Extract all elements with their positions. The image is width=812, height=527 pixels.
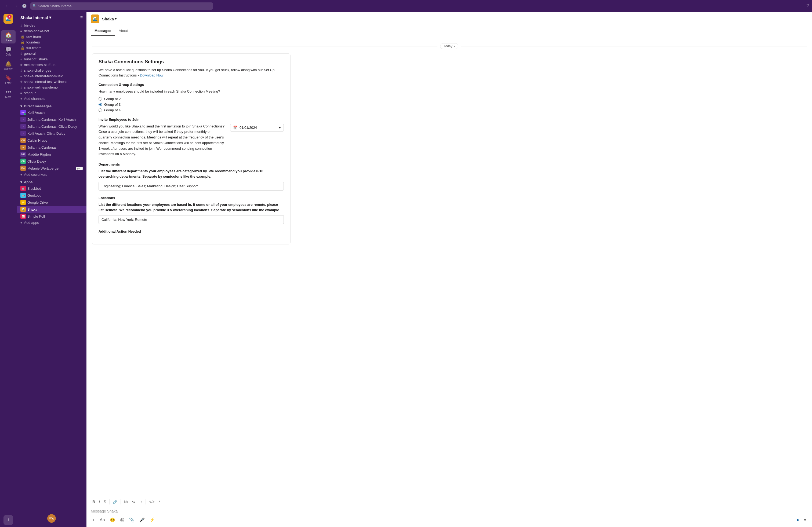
send-icon: ➤ <box>796 517 800 522</box>
chevron-down-icon: ▾ <box>115 17 117 21</box>
shaka-avatar: 🌊 <box>20 207 26 212</box>
sidebar-filter-button[interactable]: ≡ <box>80 15 83 20</box>
invite-layout: When would you like Shaka to send the fi… <box>99 124 284 157</box>
sidebar-dm-melanie[interactable]: MW Melanie Wertzberger you <box>17 165 86 172</box>
sidebar-dm-julianna-olivia[interactable]: 2 Julianna Cardenas, Olivia Daley <box>17 123 86 130</box>
sidebar-dm-maddie[interactable]: MR Maddie Rigdon <box>17 151 86 158</box>
sidebar-item-mel[interactable]: # mel-messes-stuff-up <box>17 62 86 67</box>
later-label: Later <box>5 81 12 85</box>
workspace-name[interactable]: Shaka Internal ▾ <box>20 15 51 20</box>
help-button[interactable]: ? <box>806 3 809 8</box>
sidebar-item-shaka-wellness-demo[interactable]: # shaka-wellness-demo <box>17 85 86 90</box>
radio-input-group2[interactable] <box>99 97 102 101</box>
rail-divider <box>3 28 13 28</box>
search-input[interactable] <box>30 2 213 10</box>
tab-messages[interactable]: Messages <box>91 26 115 36</box>
sidebar-item-shaka-wellness[interactable]: # shaka-internal-test-wellness <box>17 79 86 85</box>
formatting-button[interactable]: Aa <box>98 516 106 524</box>
sidebar-dm-olivia[interactable]: OD Olivia Daley <box>17 158 86 165</box>
radio-group-of-3[interactable]: Group of 3 <box>99 103 284 107</box>
indent-button[interactable]: ⇥ <box>137 499 144 505</box>
link-button[interactable]: 🔗 <box>111 499 119 505</box>
sidebar-app-shaka[interactable]: 🌊 Shaka <box>17 206 86 213</box>
sidebar-app-geekbot[interactable]: 🤖 Geekbot <box>17 192 86 199</box>
sidebar-item-full-timers[interactable]: 🔒 full-timers <box>17 45 86 51</box>
composer-input[interactable] <box>91 508 808 514</box>
workspace-icon[interactable]: 🌊 3 <box>3 14 13 24</box>
ordered-list-button[interactable]: № <box>122 499 130 505</box>
history-button[interactable]: 🕐 <box>20 2 28 10</box>
sidebar-item-hubspot[interactable]: # hubspot_shaka <box>17 56 86 62</box>
sidebar-item-general[interactable]: # general <box>17 51 86 56</box>
sidebar-item-shaka-challenges[interactable]: # shaka-challenges <box>17 67 86 73</box>
channel-name[interactable]: Shaka ▾ <box>102 17 117 21</box>
sidebar-item-biz-dev[interactable]: # biz-dev <box>17 22 86 28</box>
sidebar-dm-caitlin[interactable]: CH Caitlin Hruby <box>17 137 86 144</box>
locations-input[interactable] <box>99 215 284 224</box>
date-picker[interactable]: 📅 01/01/2024 ▾ <box>230 124 284 132</box>
radio-input-group4[interactable] <box>99 108 102 112</box>
add-channels-button[interactable]: + Add channels <box>17 96 86 102</box>
sidebar-dm-julianna-kelli[interactable]: 2 Julianna Cardenas, Kelli Veach <box>17 116 86 123</box>
sidebar-item-standup[interactable]: # standup <box>17 90 86 96</box>
radio-group-of-2[interactable]: Group of 2 <box>99 97 284 101</box>
activity-label: Activity <box>4 67 13 70</box>
dm-avatar-caitlin: CH <box>20 138 26 143</box>
user-avatar[interactable]: MW <box>47 514 56 523</box>
hash-icon: # <box>20 51 22 56</box>
simplepoll-avatar: 📊 <box>20 214 26 219</box>
code-button[interactable]: </> <box>147 499 156 505</box>
tab-about[interactable]: About <box>115 26 132 36</box>
rail-item-dms[interactable]: 💬 DMs <box>1 45 16 58</box>
shortcut-button[interactable]: ⚡ <box>148 516 157 524</box>
italic-button[interactable]: I <box>97 499 102 505</box>
departments-input[interactable] <box>99 182 284 191</box>
apps-section: ▾ Apps 🤖 Slackbot 🤖 Geekbot 📁 Google Dri… <box>17 178 86 226</box>
connection-group-section: Connection Group Settings How many emplo… <box>99 82 284 112</box>
bold-button[interactable]: B <box>91 499 97 505</box>
sidebar-app-google-drive[interactable]: 📁 Google Drive <box>17 199 86 206</box>
sidebar-app-slackbot[interactable]: 🤖 Slackbot <box>17 185 86 192</box>
sidebar-item-demo-shaka-bot[interactable]: # demo-shaka-bot <box>17 28 86 34</box>
apps-section-header[interactable]: ▾ Apps <box>17 178 86 185</box>
additional-section: Additional Action Needed <box>99 229 284 234</box>
radio-input-group3[interactable] <box>99 103 102 106</box>
rail-item-later[interactable]: 🔖 Later <box>1 73 16 86</box>
sidebar-item-dev-team[interactable]: 🔒 dev-team <box>17 34 86 40</box>
rail-item-home[interactable]: 🏠 Home <box>1 30 16 44</box>
unordered-list-button[interactable]: •≡ <box>130 499 137 505</box>
date-picker-wrap[interactable]: 📅 01/01/2024 ▾ <box>230 124 284 132</box>
today-badge[interactable]: Today ▾ <box>440 43 458 49</box>
radio-group-of-4[interactable]: Group of 4 <box>99 108 284 112</box>
dm-section-header[interactable]: ▾ Direct messages <box>17 103 86 109</box>
today-divider: Today ▾ <box>92 43 807 49</box>
send-options-button[interactable]: ▾ <box>802 516 808 524</box>
send-button[interactable]: ➤ <box>795 516 801 524</box>
dm-avatar-group3: 2 <box>20 131 26 136</box>
sidebar-dm-kelli-olivia[interactable]: 2 Kelli Veach, Olivia Daley <box>17 130 86 137</box>
emoji-button[interactable]: 😊 <box>108 516 117 524</box>
blockquote-button[interactable]: ❝ <box>157 499 162 505</box>
forward-button[interactable]: → <box>12 2 19 10</box>
rail-item-activity[interactable]: 🔔 Activity <box>1 59 16 72</box>
rail-item-more[interactable]: ••• More <box>1 87 16 100</box>
sidebar-item-founders[interactable]: 🔒 founders <box>17 40 86 45</box>
hash-icon: # <box>20 57 22 61</box>
search-wrapper <box>30 2 213 10</box>
attach-button[interactable]: 📎 <box>128 516 136 524</box>
strikethrough-button[interactable]: S <box>102 499 108 505</box>
add-workspace-button[interactable]: + <box>3 515 13 525</box>
audio-button[interactable]: 🎤 <box>138 516 146 524</box>
sidebar-item-shaka-music[interactable]: # shaka-internal-test-music <box>17 73 86 79</box>
sidebar-dm-julianna[interactable]: 6 Julianna Cardenas <box>17 144 86 151</box>
back-button[interactable]: ← <box>3 2 11 10</box>
sidebar-app-simple-poll[interactable]: 📊 Simple Poll <box>17 213 86 220</box>
download-now-link[interactable]: Download Now <box>140 73 163 77</box>
message-area[interactable]: Today ▾ Shaka Connections Settings We ha… <box>86 36 812 495</box>
add-coworkers-button[interactable]: + Add coworkers <box>17 172 86 177</box>
add-button[interactable]: + <box>91 516 97 524</box>
composer-toolbar: B I S 🔗 № •≡ ⇥ </> ❝ <box>91 497 808 506</box>
mention-button[interactable]: @ <box>118 516 126 524</box>
sidebar-dm-kelli-veach[interactable]: KV Kelli Veach <box>17 109 86 116</box>
add-apps-button[interactable]: + Add apps <box>17 220 86 225</box>
